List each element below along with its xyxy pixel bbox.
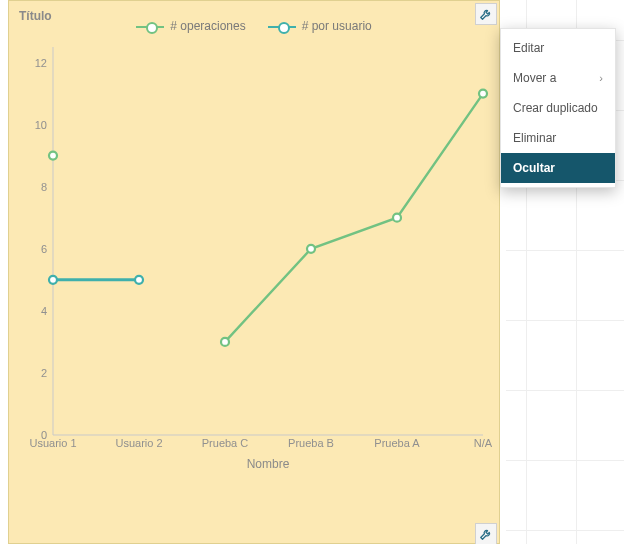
legend-label: # por usuario [302,19,372,33]
x-tick-label: Usuario 2 [115,437,162,449]
menu-item-label: Crear duplicado [513,101,598,115]
chevron-right-icon: › [599,72,603,84]
chart-panel: Título # operaciones # por usuario 0 2 4… [8,0,500,544]
menu-item-label: Editar [513,41,544,55]
y-tick-label: 4 [41,305,47,317]
legend-marker-icon [268,20,296,32]
menu-item-eliminar[interactable]: Eliminar [501,123,615,153]
svg-point-7 [49,276,57,284]
plot-area [53,47,483,435]
y-tick-label: 10 [35,119,47,131]
x-tick-label: N/A [474,437,492,449]
svg-point-6 [479,90,487,98]
x-tick-label: Prueba C [202,437,248,449]
menu-item-mover-a[interactable]: Mover a › [501,63,615,93]
y-axis: 0 2 4 6 8 10 12 [9,47,53,435]
menu-item-crear-duplicado[interactable]: Crear duplicado [501,93,615,123]
wrench-icon [479,527,493,541]
y-tick-label: 12 [35,57,47,69]
y-tick-label: 2 [41,367,47,379]
y-tick-label: 6 [41,243,47,255]
x-tick-label: Usuario 1 [29,437,76,449]
wrench-icon [479,7,493,21]
settings-button[interactable] [475,3,497,25]
svg-point-3 [221,338,229,346]
legend-marker-icon [136,20,164,32]
svg-point-8 [135,276,143,284]
svg-point-2 [49,152,57,160]
legend-item-operaciones[interactable]: # operaciones [136,19,245,33]
chart-legend: # operaciones # por usuario [9,19,499,33]
x-axis-title: Nombre [53,457,483,471]
menu-item-label: Eliminar [513,131,556,145]
context-menu: Editar Mover a › Crear duplicado Elimina… [500,28,616,188]
legend-item-por-usuario[interactable]: # por usuario [268,19,372,33]
svg-point-4 [307,245,315,253]
bottom-corner-button[interactable] [475,523,497,544]
menu-item-ocultar[interactable]: Ocultar [501,153,615,183]
chart-lines [53,47,483,435]
y-tick-label: 8 [41,181,47,193]
menu-item-editar[interactable]: Editar [501,33,615,63]
legend-label: # operaciones [170,19,245,33]
menu-item-label: Mover a [513,71,556,85]
x-tick-label: Prueba A [374,437,419,449]
svg-point-5 [393,214,401,222]
x-tick-label: Prueba B [288,437,334,449]
menu-item-label: Ocultar [513,161,555,175]
